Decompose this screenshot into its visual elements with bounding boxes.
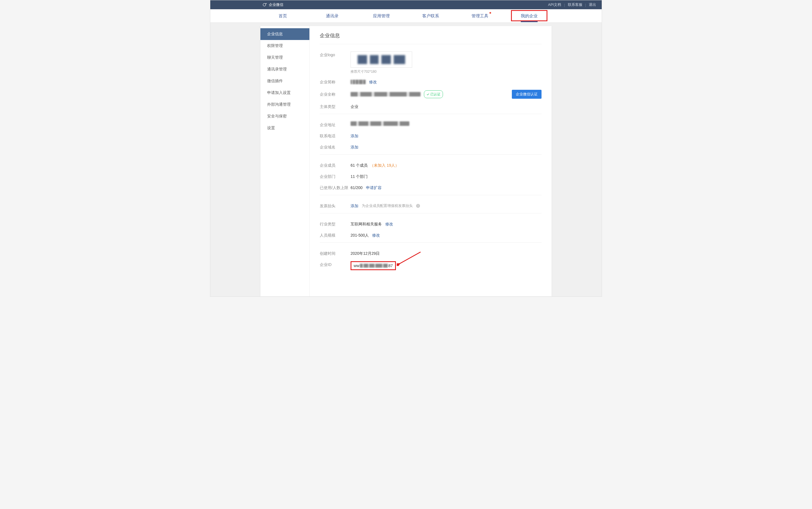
nav-home[interactable]: 首页 [258, 9, 307, 23]
separator: | [585, 3, 586, 7]
sidebar-item-wechat-plugin[interactable]: 微信插件 [260, 75, 309, 87]
nav-label: 我的企业 [521, 13, 538, 18]
nav-label: 首页 [279, 13, 287, 18]
verified-badge: 已认证 [424, 90, 443, 98]
api-doc-link[interactable]: API文档 [548, 2, 561, 7]
check-icon [427, 93, 430, 96]
notification-dot-icon [490, 12, 491, 14]
logo-label: 企业logo [320, 52, 350, 58]
separator: | [564, 3, 565, 7]
nav-customer[interactable]: 客户联系 [406, 9, 455, 23]
size-edit-link[interactable]: 修改 [372, 232, 380, 239]
blurred-short-name [350, 80, 366, 84]
sidebar-item-security[interactable]: 安全与保密 [260, 110, 309, 122]
logo-hint: 推荐尺寸702*180 [350, 69, 412, 74]
active-underline [521, 21, 538, 22]
brand-text: 企业微信 [269, 2, 283, 7]
blurred-logo-image [357, 55, 405, 64]
page-title: 企业信息 [320, 32, 541, 39]
verify-button[interactable]: 企业微信认证 [512, 90, 541, 99]
address-label: 企业地址 [320, 122, 350, 128]
industry-edit-link[interactable]: 修改 [385, 220, 393, 227]
invoice-hint: 为企业成员配置增值税发票抬头 [362, 202, 413, 209]
blurred-address [350, 122, 409, 126]
used-label: 已使用/人数上限 [320, 184, 350, 191]
expand-link[interactable]: 申请扩容 [366, 184, 382, 191]
logout-link[interactable]: 退出 [589, 2, 596, 7]
industry-value: 互联网和相关服务 [350, 220, 382, 227]
topbar-right: API文档 | 联系客服 | 退出 [548, 2, 596, 7]
contact-link[interactable]: 联系客服 [568, 2, 583, 7]
corp-id-prefix: ww [354, 262, 359, 269]
short-name-label: 企业简称 [320, 78, 350, 85]
nav-contacts[interactable]: 通讯录 [307, 9, 357, 23]
members-unjoined: （未加入 19人） [370, 162, 399, 169]
sidebar-item-settings[interactable]: 设置 [260, 122, 309, 134]
sidebar-item-chat[interactable]: 聊天管理 [260, 52, 309, 64]
corp-id-highlight: ww 87 [350, 261, 396, 270]
full-name-label: 企业全称 [320, 91, 350, 98]
created-value: 2020年12月29日 [350, 250, 380, 257]
invoice-label: 发票抬头 [320, 202, 350, 209]
size-label: 人员规模 [320, 232, 350, 239]
wework-logo-icon [262, 2, 267, 7]
nav-apps[interactable]: 应用管理 [357, 9, 406, 23]
nav-tools[interactable]: 管理工具 [455, 9, 505, 23]
topbar: 企业微信 API文档 | 联系客服 | 退出 [210, 0, 602, 9]
created-label: 创建时间 [320, 250, 350, 257]
nav-my-company[interactable]: 我的企业 [505, 9, 554, 23]
used-value: 61/200 [350, 184, 363, 191]
main-panel: 企业信息 企业logo 推荐尺寸702*180 企业简称 修改 [310, 26, 552, 297]
phone-label: 联系电话 [320, 133, 350, 139]
brand: 企业微信 [262, 2, 283, 7]
blurred-corp-id [360, 264, 388, 268]
sidebar-item-external-comm[interactable]: 外部沟通管理 [260, 99, 309, 110]
sidebar-item-contacts-mgmt[interactable]: 通讯录管理 [260, 64, 309, 75]
main-nav: 首页 通讯录 应用管理 客户联系 管理工具 我的企业 [210, 9, 602, 23]
sidebar-item-permission[interactable]: 权限管理 [260, 40, 309, 52]
nav-label: 应用管理 [373, 13, 390, 18]
sidebar-item-join-settings[interactable]: 申请加入设置 [260, 87, 309, 99]
info-icon[interactable]: i [416, 204, 420, 208]
corp-id-suffix: 87 [388, 262, 393, 269]
sidebar: 企业信息 权限管理 聊天管理 通讯录管理 微信插件 申请加入设置 外部沟通管理 … [260, 26, 310, 297]
phone-add-link[interactable]: 添加 [350, 133, 358, 139]
domain-add-link[interactable]: 添加 [350, 144, 358, 150]
invoice-add-link[interactable]: 添加 [350, 202, 358, 209]
domain-label: 企业域名 [320, 144, 350, 150]
sidebar-item-company-info[interactable]: 企业信息 [260, 28, 309, 40]
members-value: 61 个成员 [350, 162, 368, 169]
blurred-full-name [350, 92, 420, 97]
size-value: 201-500人 [350, 232, 369, 239]
nav-label: 通讯录 [326, 13, 339, 18]
nav-label: 客户联系 [422, 13, 439, 18]
entity-type-label: 主体类型 [320, 103, 350, 110]
members-label: 企业成员 [320, 162, 350, 169]
verified-text: 已认证 [430, 91, 440, 98]
short-name-edit-link[interactable]: 修改 [369, 78, 377, 85]
svg-point-0 [263, 3, 266, 6]
content: 企业信息 权限管理 聊天管理 通讯录管理 微信插件 申请加入设置 外部沟通管理 … [260, 26, 552, 297]
corp-id-label: 企业ID [320, 261, 350, 268]
industry-label: 行业类型 [320, 220, 350, 227]
entity-type-value: 企业 [350, 103, 358, 110]
departments-value: 11 个部门 [350, 173, 368, 180]
logo-preview[interactable] [350, 52, 412, 68]
departments-label: 企业部门 [320, 173, 350, 180]
nav-label: 管理工具 [471, 13, 488, 18]
